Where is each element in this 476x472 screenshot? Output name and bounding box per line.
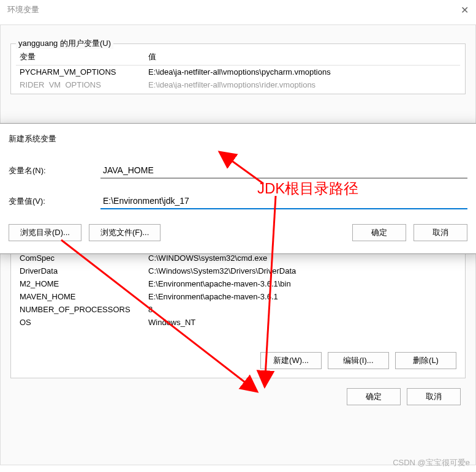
dialog-footer: 确定 取消: [10, 378, 466, 405]
table-header: 变量 值: [16, 49, 460, 66]
table-row[interactable]: OSWindows_NT: [16, 316, 460, 329]
var-name-label: 变量名(N):: [9, 165, 100, 176]
env-dialog: yangguang 的用户变量(U) 变量 值 PYCHARM_VM_OPTIO…: [0, 24, 476, 465]
titlebar: 环境变量 ✕: [0, 0, 476, 20]
user-vars-label: yangguang 的用户变量(U): [16, 38, 113, 49]
table-row[interactable]: MAVEN_HOMEE:\Environment\apache-maven-3.…: [16, 290, 460, 303]
main-cancel-button[interactable]: 取消: [407, 388, 461, 405]
table-row[interactable]: NUMBER_OF_PROCESSORS8: [16, 303, 460, 316]
table-row[interactable]: RIDER_VM_OPTIONS E:\idea\ja-netfilter-al…: [16, 78, 460, 89]
close-icon[interactable]: ✕: [461, 4, 469, 16]
var-name-input[interactable]: [100, 163, 467, 179]
edit-sysvar-button[interactable]: 编辑(I)...: [328, 352, 389, 369]
table-row[interactable]: M2_HOMEE:\Environment\apache-maven-3.6.1…: [16, 277, 460, 290]
col-val: 值: [148, 51, 456, 62]
window-title: 环境变量: [7, 4, 39, 15]
user-vars-table[interactable]: 变量 值 PYCHARM_VM_OPTIONS E:\idea\ja-netfi…: [16, 49, 460, 89]
var-value-label: 变量值(V):: [9, 196, 100, 207]
table-row[interactable]: PYCHARM_VM_OPTIONS E:\idea\ja-netfilter-…: [16, 66, 460, 78]
dialog-title: 新建系统变量: [9, 133, 467, 144]
user-vars-group: yangguang 的用户变量(U) 变量 值 PYCHARM_VM_OPTIO…: [10, 43, 466, 94]
browse-dir-button[interactable]: 浏览目录(D)...: [9, 224, 81, 241]
table-row[interactable]: DriverDataC:\Windows\System32\Drivers\Dr…: [16, 264, 460, 277]
var-value-input[interactable]: [100, 193, 467, 209]
cancel-button[interactable]: 取消: [414, 224, 467, 241]
browse-file-button[interactable]: 浏览文件(F)...: [89, 224, 161, 241]
main-ok-button[interactable]: 确定: [347, 388, 401, 405]
ok-button[interactable]: 确定: [352, 224, 406, 241]
delete-sysvar-button[interactable]: 删除(L): [395, 352, 456, 369]
new-sysvar-dialog: 新建系统变量 变量名(N): 变量值(V): 浏览目录(D)... 浏览文件(F…: [0, 123, 476, 254]
col-var: 变量: [20, 51, 148, 62]
new-sysvar-button[interactable]: 新建(W)...: [260, 352, 322, 369]
